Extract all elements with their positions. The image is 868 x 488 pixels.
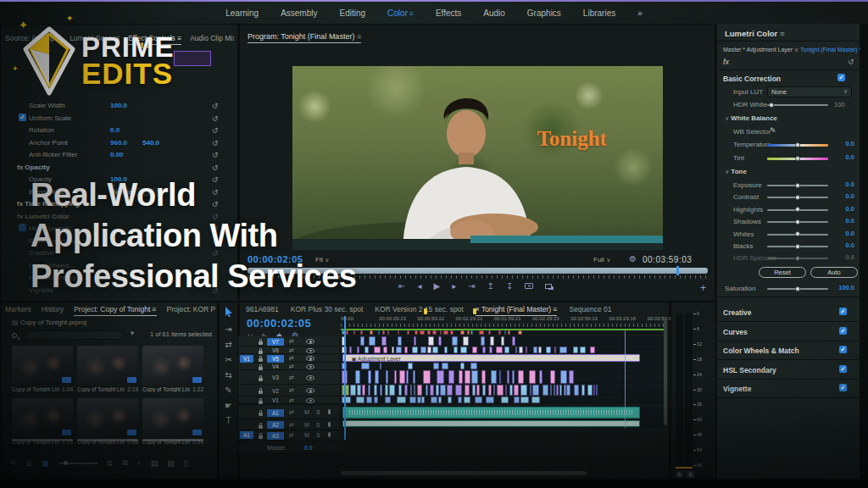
section-checkbox[interactable]: ✓ <box>839 308 847 315</box>
timeline-clip[interactable] <box>368 370 371 384</box>
clip-thumbnail[interactable] <box>142 398 203 437</box>
timeline-clip[interactable] <box>420 330 425 335</box>
reset-parameter-icon[interactable]: ↺ <box>212 102 219 110</box>
ripple-edit-tool[interactable]: ⇄ <box>225 340 231 349</box>
timeline-clip[interactable] <box>385 396 392 403</box>
track-target-v1[interactable]: V1 <box>267 396 284 404</box>
timeline-clip[interactable] <box>556 385 559 396</box>
effect-value[interactable]: 100.0 <box>110 102 127 109</box>
timeline-clip[interactable] <box>458 396 462 403</box>
effect-value[interactable]: 0.0 <box>110 126 120 134</box>
section-checkbox[interactable]: ✓ <box>839 365 847 373</box>
timeline-tab-961a6981[interactable]: 961A6981 <box>246 305 279 316</box>
timeline-clip[interactable] <box>432 347 438 353</box>
track-header-v1[interactable]: V1⇄ <box>238 396 339 404</box>
effect-checkbox[interactable]: ✓ <box>19 114 26 121</box>
timeline-clip[interactable] <box>512 336 515 346</box>
timeline-clip[interactable] <box>436 385 439 396</box>
track-target-a3[interactable]: A3 <box>267 432 284 440</box>
timeline-clip[interactable] <box>408 363 413 369</box>
sync-lock-icon[interactable]: ⇄ <box>289 338 294 345</box>
automate-to-sequence-icon[interactable]: ⧉ <box>122 458 127 468</box>
timeline-clip[interactable] <box>560 370 566 384</box>
effect-checkbox[interactable] <box>19 224 26 231</box>
timeline-clip[interactable] <box>490 336 495 346</box>
mic-icon[interactable] <box>328 432 331 437</box>
timeline-clip[interactable] <box>406 370 409 384</box>
timeline-clip[interactable] <box>353 330 355 335</box>
timeline-clip[interactable] <box>508 330 510 335</box>
tone-value[interactable]: 0.0 <box>832 241 854 249</box>
scrubber-playhead[interactable] <box>676 266 679 275</box>
timeline-clip[interactable] <box>481 336 485 346</box>
timeline-clip[interactable] <box>467 330 470 335</box>
timeline-clip[interactable] <box>368 385 370 396</box>
section-basic-correction[interactable]: Basic Correction <box>723 75 781 83</box>
track-header-v5[interactable]: V1V5⇄ <box>238 354 339 363</box>
timeline-clip[interactable] <box>498 330 501 335</box>
reset-effect-icon[interactable]: ↺ <box>848 58 854 66</box>
slider-thumb[interactable] <box>795 244 800 249</box>
timeline-clip[interactable] <box>414 336 416 346</box>
track-target-v7[interactable]: V7 <box>267 338 284 346</box>
tone-slider-exposure[interactable] <box>767 185 828 186</box>
timeline-clip[interactable] <box>398 330 399 335</box>
timeline-clip[interactable] <box>460 330 464 335</box>
track-target-a1[interactable]: A1 <box>267 409 284 417</box>
timeline-clip[interactable] <box>409 396 417 403</box>
track-target-v2[interactable]: V2 <box>267 387 284 395</box>
timeline-clip[interactable] <box>381 336 386 346</box>
reset-parameter-icon[interactable]: ↺ <box>212 114 219 123</box>
project-clip-item[interactable]: Copy of Tonight Linked...1:22 <box>142 346 203 392</box>
timeline-clip[interactable] <box>559 385 562 396</box>
sync-lock-icon[interactable]: ⇄ <box>289 347 294 354</box>
workspace-tab-audio[interactable]: Audio <box>483 8 505 18</box>
project-clip-item[interactable]: Copy of Tonight Linked...1:04 <box>12 346 73 392</box>
timeline-clip[interactable] <box>357 347 359 353</box>
timeline-clip[interactable] <box>488 385 492 396</box>
workspace-tab-color[interactable]: Color ≡ <box>387 8 414 18</box>
timeline-clip[interactable] <box>413 370 415 384</box>
reset-parameter-icon[interactable]: ↺ <box>212 151 219 159</box>
lock-icon[interactable] <box>259 367 263 370</box>
lock-icon[interactable] <box>259 413 263 416</box>
timeline-clip[interactable] <box>410 385 412 396</box>
eyedropper-icon[interactable]: ✎ <box>770 126 776 135</box>
clip-thumbnail[interactable] <box>12 346 73 385</box>
track-header-a3[interactable]: A1A3⇄MS <box>238 430 339 441</box>
solo-button[interactable]: S <box>316 422 320 428</box>
timeline-clip[interactable] <box>423 370 430 384</box>
lumetri-tab[interactable]: Lumetri Color ≡ <box>725 29 784 38</box>
timeline-clip[interactable] <box>497 385 503 396</box>
timeline-clip[interactable] <box>472 385 476 396</box>
project-clip-item[interactable]: Copy of Tonight Linked...1:10 <box>12 398 73 445</box>
saturation-slider[interactable] <box>767 288 828 290</box>
mic-icon[interactable] <box>328 422 331 427</box>
timeline-clip[interactable] <box>375 370 378 384</box>
timeline-clip[interactable] <box>554 385 555 396</box>
timeline-clip[interactable] <box>587 385 593 396</box>
transport-go-to-out-icon[interactable]: ⇥ <box>468 281 475 291</box>
timeline-clip[interactable] <box>518 330 523 335</box>
lumetri-section-creative[interactable]: Creative✓ <box>716 303 859 322</box>
timeline-clip[interactable] <box>380 385 383 396</box>
panel-menu-icon[interactable]: ≡ <box>357 32 361 41</box>
sequence-marker[interactable] <box>424 308 427 314</box>
workspace-tab-learning[interactable]: Learning <box>225 8 259 18</box>
timeline-clip[interactable] <box>479 330 484 335</box>
timeline-clip[interactable] <box>387 330 389 335</box>
clip-thumbnail[interactable] <box>12 398 73 437</box>
clip-thumbnail[interactable] <box>77 346 138 385</box>
wrench-icon[interactable]: ⚙ <box>629 254 637 263</box>
timeline-clip[interactable] <box>448 396 452 403</box>
section-checkbox[interactable]: ✓ <box>839 384 847 391</box>
transport-go-to-in-icon[interactable]: ⇤ <box>398 281 405 291</box>
effect-value[interactable]: 0.00 <box>110 151 124 158</box>
timeline-clip[interactable] <box>417 385 422 396</box>
timeline-clip[interactable] <box>501 396 509 403</box>
sync-lock-icon[interactable]: ⇄ <box>289 374 294 381</box>
timeline-clip[interactable] <box>447 385 453 396</box>
hdr-white-value[interactable]: 100 <box>834 101 845 108</box>
list-view[interactable]: ≣ <box>26 459 33 468</box>
track-header-master[interactable]: Master0.0 <box>238 442 339 454</box>
